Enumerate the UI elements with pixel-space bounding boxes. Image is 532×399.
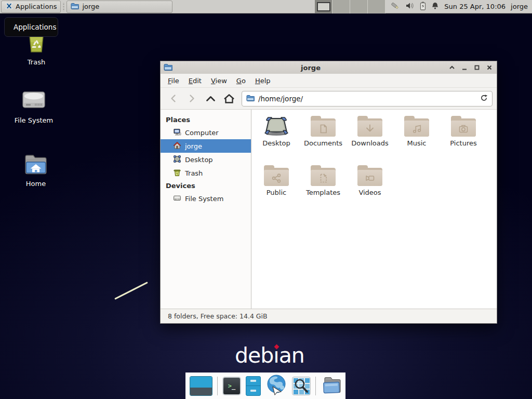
- location-path[interactable]: /home/jorge/: [258, 95, 476, 103]
- folder-item-music[interactable]: Music: [393, 116, 440, 165]
- sidebar-item-label: File System: [185, 195, 223, 203]
- share-emblem-icon: [271, 172, 282, 184]
- toolbar: /home/jorge/: [161, 88, 497, 110]
- application-finder-launcher-icon[interactable]: [292, 377, 311, 395]
- up-button[interactable]: [202, 91, 219, 107]
- folder-label: Desktop: [262, 139, 290, 147]
- desktop-icon-file-system[interactable]: File System: [5, 88, 62, 124]
- folder-label: Music: [407, 139, 427, 147]
- folder-item-public[interactable]: Public: [253, 165, 300, 215]
- applications-menu-label: Applications: [16, 3, 57, 10]
- file-cabinet-launcher-icon[interactable]: [246, 376, 261, 396]
- video-emblem-icon: [364, 172, 376, 184]
- folder-item-downloads[interactable]: Downloads: [347, 116, 393, 165]
- sidebar-item-desktop[interactable]: Desktop: [161, 153, 251, 166]
- minimize-button[interactable]: [461, 64, 468, 71]
- folder-icon: [246, 95, 255, 103]
- menu-edit[interactable]: Edit: [184, 75, 206, 86]
- back-button[interactable]: [165, 91, 181, 107]
- status-bar: 8 folders, Free space: 14.4 GiB: [161, 309, 497, 323]
- forward-button[interactable]: [183, 91, 200, 107]
- bottom-dock: >_: [185, 373, 345, 399]
- panel-username[interactable]: jorge: [511, 3, 528, 10]
- show-desktop-button[interactable]: [190, 376, 212, 396]
- menu-help[interactable]: Help: [251, 75, 275, 86]
- folder-item-documents[interactable]: Documents: [300, 116, 347, 165]
- download-emblem-icon: [364, 123, 376, 135]
- stylus-tray-icon[interactable]: [390, 2, 400, 11]
- home-icon: [173, 141, 181, 151]
- workspace-1-active[interactable]: [315, 0, 332, 14]
- terminal-launcher-icon[interactable]: >_: [222, 377, 241, 395]
- close-button[interactable]: [486, 64, 493, 71]
- sidebar-item-trash[interactable]: Trash: [161, 166, 251, 180]
- desktop-icon-home[interactable]: Home: [7, 152, 64, 188]
- workspace-window-thumbnail: [317, 2, 330, 11]
- desktop-icon-label: File System: [15, 116, 53, 124]
- volume-icon[interactable]: [405, 2, 415, 11]
- workspace-2[interactable]: [332, 0, 350, 14]
- folder-label: Documents: [304, 139, 342, 147]
- menu-view[interactable]: View: [207, 75, 231, 86]
- reload-icon[interactable]: [480, 94, 488, 103]
- folder-item-pictures[interactable]: Pictures: [440, 116, 487, 165]
- folder-item-videos[interactable]: Videos: [347, 165, 393, 215]
- notifications-bell-icon[interactable]: [431, 2, 439, 11]
- menu-go[interactable]: Go: [232, 75, 250, 86]
- desktop-icon: [173, 155, 181, 165]
- home-folder-icon: [23, 152, 48, 177]
- system-tray: [390, 2, 439, 12]
- desktop-icon-label: Home: [26, 180, 46, 188]
- folder-item-desktop[interactable]: Desktop: [253, 116, 300, 165]
- folder-label: Public: [267, 189, 286, 196]
- web-browser-launcher-icon[interactable]: [265, 374, 287, 398]
- status-text: 8 folders, Free space: 14.4 GiB: [168, 312, 268, 320]
- panel-separator-handle: [62, 2, 65, 11]
- sidebar-item-label: Trash: [185, 169, 203, 177]
- desktop-surface-icon: [264, 116, 289, 137]
- window-titlebar[interactable]: jorge: [161, 61, 497, 74]
- dock-separator: [217, 377, 218, 395]
- document-emblem-icon: [317, 123, 329, 135]
- sidebar-item-computer[interactable]: Computer: [161, 126, 251, 139]
- window-folder-icon: [164, 63, 172, 73]
- location-bar[interactable]: /home/jorge/: [242, 91, 493, 107]
- sidebar-item-file-system[interactable]: File System: [161, 192, 251, 205]
- top-panel: Applications jorge Sun 25 Apr, 10:06 jor…: [0, 0, 532, 14]
- home-button[interactable]: [221, 91, 237, 107]
- panel-clock[interactable]: Sun 25 Apr, 10:06: [444, 3, 506, 10]
- workspace-switcher[interactable]: [315, 0, 385, 14]
- folder-icon: [357, 165, 382, 186]
- taskbar-window-button[interactable]: jorge: [66, 1, 172, 13]
- tooltip-text: Applications: [14, 23, 56, 31]
- folder-icon: [357, 116, 382, 137]
- maximize-button[interactable]: [474, 64, 480, 71]
- battery-charging-icon[interactable]: [420, 2, 426, 12]
- sidebar-item-jorge-selected[interactable]: jorge: [161, 139, 251, 153]
- shade-window-button[interactable]: [449, 64, 455, 71]
- sidebar-item-label: Computer: [185, 129, 219, 137]
- workspace-4[interactable]: [368, 0, 385, 14]
- workspace-3[interactable]: [350, 0, 368, 14]
- directory-menu-launcher-icon[interactable]: [321, 376, 341, 396]
- debian-wordmark: debıan: [235, 343, 304, 368]
- folder-icon: [71, 3, 79, 11]
- applications-menu-button[interactable]: Applications: [1, 1, 61, 13]
- sidebar-item-label: jorge: [185, 142, 202, 150]
- drive-icon: [173, 194, 181, 204]
- magnifier-icon: [292, 377, 310, 395]
- folder-item-templates[interactable]: Templates: [300, 165, 347, 215]
- folder-label: Downloads: [351, 139, 388, 147]
- xfce-logo-icon: [5, 2, 13, 11]
- sidebar-item-label: Desktop: [185, 156, 213, 164]
- applications-tooltip: Applications: [4, 17, 58, 37]
- folder-icon: [311, 116, 336, 137]
- folder-icon: [311, 165, 336, 186]
- debian-text-1: deb: [235, 343, 273, 368]
- taskbar-window-label: jorge: [82, 3, 99, 10]
- menu-file[interactable]: File: [164, 75, 183, 86]
- places-header: Places: [161, 114, 251, 126]
- template-emblem-icon: [317, 172, 329, 184]
- file-manager-window: jorge File Edit View Go Help /home/jorge…: [160, 61, 497, 324]
- icon-view[interactable]: Desktop Documents Downloads Music: [251, 110, 497, 309]
